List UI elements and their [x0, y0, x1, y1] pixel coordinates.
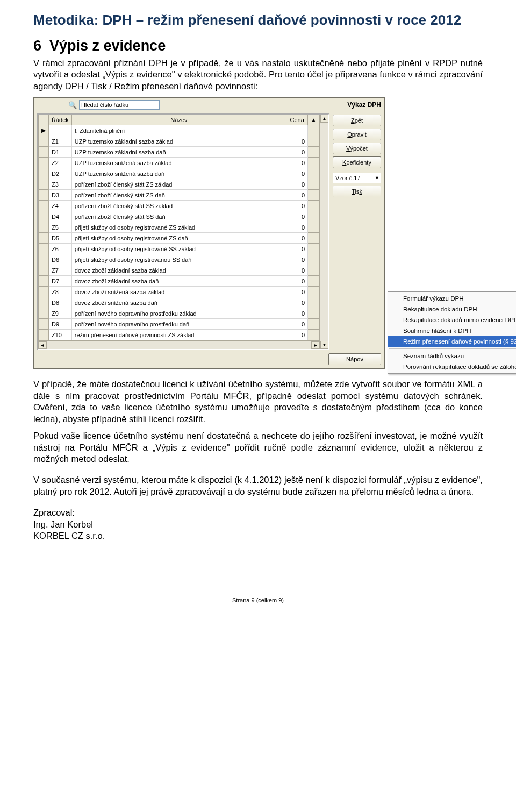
row-marker: [39, 330, 49, 340]
cell-code: D1: [49, 147, 72, 158]
cell-pad: [308, 168, 320, 179]
col-extra[interactable]: ▲: [308, 115, 320, 125]
table-row[interactable]: D4pořízení zboží členský stát SS daň0: [39, 211, 320, 222]
scroll-down-icon[interactable]: ▼: [320, 341, 328, 349]
table-row[interactable]: Z5přijetí služby od osoby registrované Z…: [39, 222, 320, 233]
menu-item-compare[interactable]: Porovnání rekapitulace dokladů se záloho…: [388, 361, 516, 372]
back-button[interactable]: Zpět: [333, 115, 381, 126]
row-marker: [39, 276, 49, 287]
cell-pad: [308, 330, 320, 340]
signoff-label: Zpracoval:: [33, 508, 75, 517]
cell-cena: 0: [286, 147, 308, 158]
cell-cena: 0: [286, 201, 308, 211]
row-marker: [39, 308, 49, 319]
row-marker: [39, 168, 49, 179]
cell-name: přijetí služby od osoby registrované ZS …: [71, 233, 286, 244]
menu-separator: [389, 348, 516, 349]
col-radek[interactable]: Řádek: [49, 115, 72, 125]
cell-name: pořízení zboží členský stát ZS daň: [71, 190, 286, 201]
scroll-left-icon[interactable]: ◄: [38, 341, 47, 349]
row-marker: [39, 265, 49, 276]
app-window: 🔍 Výkaz DPH ŘádekNázevCena▲▶I. Zdaniteln…: [33, 97, 385, 369]
row-marker: [39, 158, 49, 168]
scroll-up-icon[interactable]: ▲: [320, 115, 328, 123]
table-row[interactable]: Z8dovoz zboží snížená sazba základ0: [39, 287, 320, 297]
cell-pad: [308, 147, 320, 158]
table-row[interactable]: Z2UZP tuzemsko snížená sazba základ0: [39, 158, 320, 168]
cell-pad: [308, 179, 320, 190]
cell-cena: 0: [286, 330, 308, 340]
cell-code: D2: [49, 168, 72, 179]
intro-paragraph: V rámci zpracování přiznání DPH je v pří…: [33, 58, 483, 92]
paragraph-2: V případě, že máte dostatečnou licenci k…: [33, 379, 483, 425]
menu-item-recap[interactable]: Rekapitulace dokladů DPH: [388, 304, 516, 315]
vertical-scrollbar[interactable]: ▲ ▼: [320, 115, 328, 349]
cell-code: D9: [49, 319, 72, 330]
menu-item-rowlist[interactable]: Seznam řádků výkazu: [388, 351, 516, 361]
cell-cena: 0: [286, 222, 308, 233]
row-marker: [39, 201, 49, 211]
table-row[interactable]: Z4pořízení zboží členský stát SS základ0: [39, 201, 320, 211]
table-row[interactable]: Z7dovoz zboží základní sazba základ0: [39, 265, 320, 276]
menu-item-reverse-charge[interactable]: Režim přenesení daňové povinnosti (§ 92a…: [388, 336, 516, 347]
table-row[interactable]: Z3pořízení zboží členský stát ZS základ0: [39, 179, 320, 190]
coef-button[interactable]: Koeficienty: [333, 156, 381, 168]
cell-code: Z1: [49, 136, 72, 147]
scroll-right-icon[interactable]: ►: [311, 341, 320, 349]
calc-button[interactable]: Výpočet: [333, 143, 381, 154]
menu-item-summary[interactable]: Souhrnné hlášení k DPH: [388, 325, 516, 336]
table-row[interactable]: Z1UZP tuzemsko základní sazba základ0: [39, 136, 320, 147]
print-button[interactable]: Tisk: [333, 186, 381, 197]
edit-button[interactable]: Opravit: [333, 129, 381, 140]
table-row[interactable]: D9pořízení nového dopravního prostředku …: [39, 319, 320, 330]
cell-pad: [308, 233, 320, 244]
cell-cena: 0: [286, 233, 308, 244]
cell-code: D6: [49, 254, 72, 265]
cell-code: Z6: [49, 244, 72, 254]
table-row[interactable]: Z6přijetí služby od osoby registrované S…: [39, 244, 320, 254]
pattern-select[interactable]: Vzor č.17 ▼: [333, 173, 381, 183]
cell-code: Z3: [49, 179, 72, 190]
cell-code: D8: [49, 297, 72, 308]
cell-cena: [286, 125, 308, 136]
table-row[interactable]: D5přijetí služby od osoby registrované Z…: [39, 233, 320, 244]
search-input[interactable]: [79, 100, 160, 110]
table-row[interactable]: Z9pořízení nového dopravního prostředku …: [39, 308, 320, 319]
cell-name: pořízení zboží členský stát SS daň: [71, 211, 286, 222]
col-cena[interactable]: Cena: [286, 115, 308, 125]
table-row[interactable]: ▶I. Zdanitelná plnění: [39, 125, 320, 136]
col-marker[interactable]: [39, 115, 49, 125]
table-row[interactable]: D3pořízení zboží členský stát ZS daň0: [39, 190, 320, 201]
cell-pad: [308, 254, 320, 265]
cell-cena: 0: [286, 265, 308, 276]
horizontal-scrollbar[interactable]: ◄ ►: [38, 340, 320, 349]
cell-cena: 0: [286, 297, 308, 308]
cell-pad: [308, 125, 320, 136]
cell-pad: [308, 287, 320, 297]
help-button[interactable]: Nápov: [328, 353, 381, 365]
row-marker: [39, 297, 49, 308]
table-row[interactable]: D2UZP tuzemsko snížená sazba daň0: [39, 168, 320, 179]
data-grid[interactable]: ŘádekNázevCena▲▶I. Zdanitelná plněníZ1UZ…: [37, 113, 329, 350]
menu-item-form[interactable]: Formulář výkazu DPH: [388, 293, 516, 304]
menu-item-recap-out[interactable]: Rekapitulace dokladů mimo evidenci DPH: [388, 315, 516, 325]
section-title: Výpis z evidence: [49, 38, 166, 54]
cell-code: D5: [49, 233, 72, 244]
cell-pad: [308, 244, 320, 254]
table-row[interactable]: D7dovoz zboží základní sazba daň0: [39, 276, 320, 287]
window-title: Výkaz DPH: [347, 101, 381, 109]
col-nazev[interactable]: Název: [71, 115, 286, 125]
row-marker: [39, 233, 49, 244]
table-row[interactable]: D8dovoz zboží snížená sazba daň0: [39, 297, 320, 308]
cell-name: pořízení nového dopravního prostředku zá…: [71, 308, 286, 319]
cell-pad: [308, 201, 320, 211]
cell-pad: [308, 136, 320, 147]
cell-code: Z4: [49, 201, 72, 211]
table-row[interactable]: D1UZP tuzemsko základní sazba daň0: [39, 147, 320, 158]
binoculars-icon[interactable]: 🔍: [68, 101, 77, 109]
cell-code: Z2: [49, 158, 72, 168]
chevron-down-icon: ▼: [375, 175, 379, 181]
row-marker: [39, 254, 49, 265]
table-row[interactable]: Z10režim přenesení daňové povinnosti ZS …: [39, 330, 320, 340]
table-row[interactable]: D6přijetí služby od osoby registrovanou …: [39, 254, 320, 265]
